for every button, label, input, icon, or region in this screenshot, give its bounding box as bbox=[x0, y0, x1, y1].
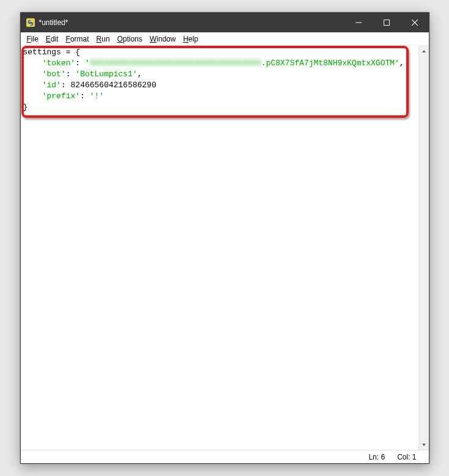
maximize-button[interactable] bbox=[373, 13, 401, 32]
scroll-up-button[interactable] bbox=[419, 46, 429, 56]
menu-format[interactable]: Format bbox=[62, 34, 93, 45]
statusbar: Ln: 6 Col: 1 bbox=[21, 450, 429, 463]
redacted-token: XXXXXXXXXXXXXXXXXXXXXXXXXXXXXXXXXXXX bbox=[90, 59, 261, 68]
menu-edit[interactable]: Edit bbox=[42, 34, 62, 45]
menubar: File Edit Format Run Options Window Help bbox=[21, 32, 429, 46]
menu-help[interactable]: Help bbox=[180, 34, 202, 45]
menu-window[interactable]: Window bbox=[146, 34, 180, 45]
close-button[interactable] bbox=[401, 13, 429, 32]
code-text: settings = { bbox=[23, 48, 81, 57]
menu-run[interactable]: Run bbox=[93, 34, 114, 45]
svg-rect-1 bbox=[356, 23, 362, 23]
vertical-scrollbar[interactable] bbox=[418, 46, 429, 450]
app-window: *untitled* File Edit Format Run Options … bbox=[20, 12, 429, 464]
menu-options[interactable]: Options bbox=[114, 34, 146, 45]
window-title: *untitled* bbox=[39, 18, 345, 27]
window-controls bbox=[345, 13, 429, 32]
menu-file[interactable]: File bbox=[23, 34, 42, 45]
scroll-down-button[interactable] bbox=[419, 439, 429, 450]
python-idle-icon bbox=[26, 18, 35, 27]
code-editor[interactable]: settings = { 'token': 'XXXXXXXXXXXXXXXXX… bbox=[21, 46, 418, 450]
titlebar[interactable]: *untitled* bbox=[21, 13, 429, 32]
editor-area: settings = { 'token': 'XXXXXXXXXXXXXXXXX… bbox=[21, 46, 429, 450]
minimize-button[interactable] bbox=[345, 13, 373, 32]
svg-rect-2 bbox=[384, 20, 389, 26]
status-col: Col: 1 bbox=[391, 453, 422, 461]
status-line: Ln: 6 bbox=[362, 453, 391, 461]
scroll-track[interactable] bbox=[419, 56, 429, 439]
